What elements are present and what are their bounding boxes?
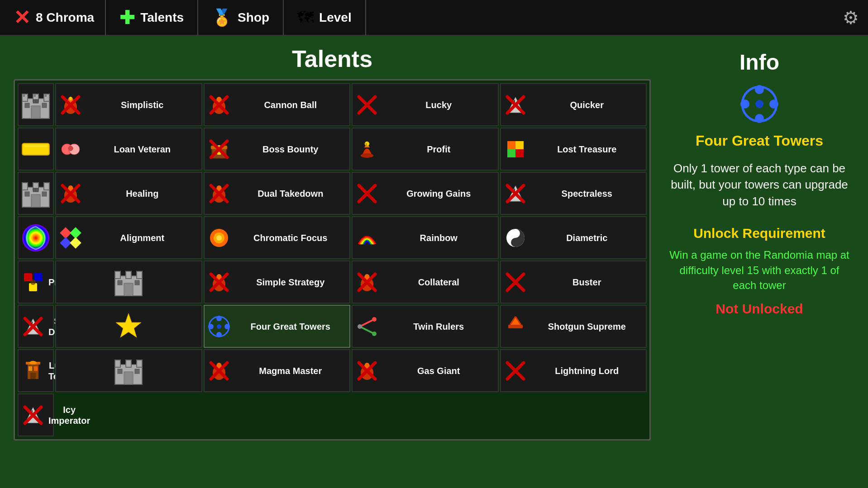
talent-simple-strategy[interactable]: Simple Strategy xyxy=(204,261,351,303)
svg-point-148 xyxy=(755,85,764,94)
svg-point-110 xyxy=(217,324,221,329)
talent-gas-giant[interactable]: Gas Giant xyxy=(352,349,499,392)
talent-shotgun-supreme[interactable]: Shotgun Supreme xyxy=(500,305,647,348)
svg-rect-86 xyxy=(137,271,142,279)
talent-lucky[interactable]: Lucky xyxy=(352,83,499,126)
shop-section[interactable]: 🏅 Shop xyxy=(198,0,284,35)
talent-four-great-towers[interactable]: Four Great Towers xyxy=(204,305,351,348)
svg-rect-79 xyxy=(24,273,32,281)
svg-rect-70 xyxy=(70,227,81,238)
close-section[interactable]: ✕ 8 Chroma xyxy=(9,0,106,35)
svg-rect-89 xyxy=(135,280,139,285)
svg-rect-84 xyxy=(115,271,120,279)
svg-rect-69 xyxy=(60,227,71,238)
svg-rect-88 xyxy=(118,280,122,285)
svg-point-113 xyxy=(358,324,362,329)
talents-nav-label: Talents xyxy=(140,10,184,25)
talent-slow-demise[interactable]: Slow Demise xyxy=(18,305,54,348)
svg-point-122 xyxy=(29,361,37,365)
talent-buster[interactable]: Buster xyxy=(500,261,647,303)
svg-rect-131 xyxy=(118,369,122,374)
svg-rect-128 xyxy=(126,360,131,367)
unlock-requirement-title: Unlock Requirement xyxy=(693,226,825,241)
talent-rainbow[interactable]: Rainbow xyxy=(352,216,499,259)
svg-rect-6 xyxy=(45,94,47,97)
info-talent-icon xyxy=(739,84,780,126)
svg-rect-41 xyxy=(507,141,515,149)
close-icon[interactable]: ✕ xyxy=(14,6,30,29)
row-icon-swirl xyxy=(18,216,54,259)
settings-icon: ⚙ xyxy=(843,8,859,28)
svg-rect-87 xyxy=(124,283,133,296)
svg-line-111 xyxy=(360,319,374,327)
svg-rect-51 xyxy=(36,188,38,192)
row-icon-gold xyxy=(18,128,54,171)
talent-healing[interactable]: Healing xyxy=(55,172,202,215)
talent-twin-rulers[interactable]: Twin Rulers xyxy=(352,305,499,348)
talent-boss-bounty[interactable]: Boss Bounty xyxy=(204,128,351,171)
svg-point-109 xyxy=(208,324,214,329)
svg-rect-28 xyxy=(24,145,48,147)
svg-rect-46 xyxy=(22,183,28,190)
talent-quicker[interactable]: Quicker xyxy=(500,83,647,126)
svg-rect-8 xyxy=(33,99,36,103)
talent-chromatic-focus[interactable]: Chromatic Focus xyxy=(204,216,351,259)
talent-alignment[interactable]: Alignment xyxy=(55,216,202,259)
svg-rect-80 xyxy=(34,273,42,281)
svg-rect-129 xyxy=(137,360,142,367)
talent-cannonball[interactable]: Cannon Ball xyxy=(204,83,351,126)
talent-diametric[interactable]: Diametric xyxy=(500,216,647,259)
talents-section[interactable]: ✚ Talents xyxy=(106,0,198,35)
talent-simplistic[interactable]: Simplistic xyxy=(55,83,202,126)
svg-rect-124 xyxy=(29,366,32,371)
row-icon-castle-3 xyxy=(55,261,202,303)
chroma-label: 8 Chroma xyxy=(36,10,94,25)
svg-rect-132 xyxy=(135,369,139,374)
row-icon-castle-4 xyxy=(55,349,202,392)
info-description: Only 1 tower of each type can be built, … xyxy=(664,160,854,209)
talent-lost-treasure[interactable]: Lost Treasure xyxy=(500,128,647,171)
talent-primary[interactable]: Primary xyxy=(18,261,54,303)
svg-rect-130 xyxy=(124,372,133,384)
svg-rect-85 xyxy=(126,271,131,279)
talents-title: Talents xyxy=(292,45,372,72)
svg-point-152 xyxy=(755,100,763,108)
svg-rect-4 xyxy=(23,94,25,97)
svg-point-149 xyxy=(769,99,778,109)
svg-rect-10 xyxy=(25,103,29,108)
svg-rect-127 xyxy=(115,360,120,367)
svg-point-107 xyxy=(224,324,230,329)
svg-rect-52 xyxy=(25,192,29,196)
talent-collateral[interactable]: Collateral xyxy=(352,261,499,303)
svg-point-78 xyxy=(514,241,517,244)
svg-rect-44 xyxy=(515,149,524,157)
talent-luxury-towers[interactable]: Luxury Towers xyxy=(18,349,54,392)
shop-nav-label: Shop xyxy=(238,10,269,25)
svg-rect-11 xyxy=(42,103,47,108)
row-icon-star xyxy=(55,305,202,348)
svg-rect-43 xyxy=(507,149,515,157)
talent-spectraless[interactable]: Spectraless xyxy=(500,172,647,215)
topbar: ✕ 8 Chroma ✚ Talents 🏅 Shop 🗺 Level ⚙ xyxy=(0,0,868,36)
info-title: Info xyxy=(739,50,779,75)
talent-growing-gains[interactable]: Growing Gains xyxy=(352,172,499,215)
talent-loan-veteran[interactable]: Loan Veteran xyxy=(55,128,202,171)
svg-marker-104 xyxy=(116,313,141,337)
svg-rect-125 xyxy=(34,366,38,371)
settings-button[interactable]: ⚙ xyxy=(843,7,859,28)
svg-point-38 xyxy=(361,153,373,158)
svg-point-115 xyxy=(372,332,377,336)
shop-icon: 🏅 xyxy=(212,8,232,27)
svg-rect-71 xyxy=(60,237,71,248)
talent-magma-master[interactable]: Magma Master xyxy=(204,349,351,392)
unlock-status: Not Unlocked xyxy=(715,301,803,317)
talent-lightning-lord[interactable]: Lightning Lord xyxy=(500,349,647,392)
talent-dual-takedown[interactable]: Dual Takedown xyxy=(204,172,351,215)
talent-icy-imperator[interactable]: Icy Imperator xyxy=(18,393,54,436)
svg-point-114 xyxy=(372,317,377,322)
talents-plus-icon: ✚ xyxy=(119,7,135,28)
talent-profit[interactable]: $ Profit xyxy=(352,128,499,171)
talents-panel: Talents xyxy=(14,45,651,479)
level-section[interactable]: 🗺 Level xyxy=(284,0,366,35)
svg-rect-5 xyxy=(34,94,36,97)
